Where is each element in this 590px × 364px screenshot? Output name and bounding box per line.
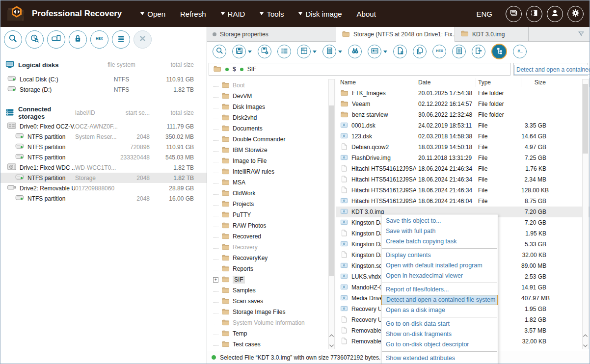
find-button[interactable] (348, 45, 362, 58)
context-item-open-in-hexadecimal-viewer[interactable]: Open in hexadecimal viewer (381, 271, 498, 281)
tree-item-scan-saves[interactable]: Scan saves (207, 296, 336, 307)
tree-item-samples[interactable]: Samples (207, 285, 336, 296)
column-type[interactable]: Type (476, 78, 521, 87)
preview-button[interactable] (368, 45, 381, 58)
hex-viewer-button[interactable]: HEX (90, 30, 108, 49)
tree-item-projects[interactable]: Projects (207, 199, 336, 209)
tree-item-disk2vhd[interactable]: Disk2vhd (207, 112, 336, 123)
column-date[interactable]: Date (416, 78, 476, 87)
export-button[interactable] (472, 45, 485, 58)
save-object-button[interactable] (232, 45, 246, 58)
tree-item-reports[interactable]: Reports (207, 263, 336, 274)
tree-item-putty[interactable]: PuTTY (207, 209, 336, 220)
tab-list-button[interactable] (573, 27, 590, 41)
file-row-hitachi-hts541612j9sa0[interactable]: Hitachi HTS541612J9SA0... 18.06.2024 21:… (336, 185, 590, 196)
tree-item-recovered[interactable]: Recovered (207, 231, 336, 242)
disk-image-button[interactable] (47, 30, 65, 49)
logical-disk-row[interactable]: Storage (D:) NTFS 1.82 TB (0, 84, 207, 95)
menu-open[interactable]: Open (140, 10, 165, 18)
tree-scrollbar[interactable] (328, 79, 335, 349)
crumb-segment-sif[interactable]: SIF (247, 66, 257, 73)
layout-button[interactable] (297, 45, 311, 58)
dropdown-caret-icon[interactable] (383, 51, 387, 53)
context-item-open-with-default-installed-program[interactable]: Open with default installed program (381, 260, 498, 271)
task-list-button[interactable] (277, 45, 291, 58)
tree-item-intelliraw-rules[interactable]: IntelliRAW rules (207, 166, 336, 177)
storage-row-ntfs-partition[interactable]: NTFS partition 2048 16.00 GB (0, 193, 207, 204)
tree-item-boot[interactable]: Boot (207, 80, 336, 91)
tree-item-devvm[interactable]: DevVM (207, 91, 336, 102)
tree-item-test-cases[interactable]: Test cases (207, 339, 336, 350)
tree-item-image-to-file[interactable]: Image to File (207, 156, 336, 166)
contained-fs-button[interactable] (491, 44, 507, 59)
context-item-go-to-on-disk-object-descriptor[interactable]: Go to on-disk object descriptor (381, 339, 498, 350)
context-item-show-extended-attributes[interactable]: Show extended attributes (381, 353, 498, 364)
report-button[interactable] (452, 45, 466, 58)
context-item-open-as-a-disk-image[interactable]: Open as a disk image (381, 305, 498, 315)
file-row-debian-qcow2[interactable]: Debian.qcow2 18.03.2019 14:50:18 File 4.… (336, 142, 590, 153)
menu-raid[interactable]: RAID (221, 10, 245, 18)
logical-disk-row[interactable]: Local Disk (C:) NTFS 110.91 GB (0, 74, 207, 84)
menu-disk-image[interactable]: Disk image (298, 10, 342, 18)
tree-item-raw-photos[interactable]: RAW Photos (207, 220, 336, 231)
language-selector[interactable]: ENG (476, 10, 492, 18)
context-item-create-batch-copying-task[interactable]: Create batch copying task (381, 236, 498, 247)
expand-plus-icon[interactable]: + (213, 277, 218, 283)
list-scroll-thumb[interactable] (583, 84, 588, 154)
context-item-go-to-on-disk-data-start[interactable]: Go to on-disk data start (381, 319, 498, 329)
storage-row-ntfs-partition[interactable]: NTFS partition 720896 110.91 GB (0, 142, 207, 152)
file-row-hitachi-hts541612j9sa0[interactable]: Hitachi HTS541612J9SA0... 18.06.2024 21:… (336, 196, 590, 207)
storage-row-ntfs-partition[interactable]: NTFS partition 233320448 545.03 MB (0, 152, 207, 162)
tab-storage-properties[interactable]: Storage properties (207, 27, 336, 41)
tree-item-temp[interactable]: Temp (207, 328, 336, 339)
tree-item-double-commander[interactable]: Double Commander (207, 134, 336, 145)
storage-row-drive2-removable-u[interactable]: Drive2: Removable U... 017209888060 28.8… (0, 183, 207, 193)
storage-row-drive1-fixed-wdc[interactable]: Drive1: Fixed WDC ... WD-WCC1T0... 1.82 … (0, 162, 207, 173)
tree-item-disk-images[interactable]: Disk Images (207, 102, 336, 112)
search-button[interactable] (213, 45, 226, 58)
dropdown-caret-icon[interactable] (248, 51, 252, 53)
close-storage-button[interactable] (134, 30, 152, 49)
storage-usage-button[interactable] (26, 30, 44, 49)
storage-row-ntfs-partition[interactable]: NTFS partition System Reser... 2048 350.… (0, 131, 207, 142)
tree-item-documents[interactable]: Documents (207, 123, 336, 134)
tree-item-sif[interactable]: +SIF (207, 274, 336, 285)
tree-item-recoverykey[interactable]: RecoveryKey (207, 253, 336, 263)
hex-viewer-button[interactable]: HEX (432, 45, 446, 58)
tree-scroll-up-icon[interactable] (329, 334, 334, 338)
column-size[interactable]: Size (521, 78, 590, 87)
file-row-veeam[interactable]: Veeam 02.12.2022 16:14:57 File folder (336, 99, 590, 109)
file-row-benz-starview[interactable]: benz starview 30.06.2022 12:32:48 File f… (336, 109, 590, 120)
tree-item-storage-image-files[interactable]: Storage Image Files (207, 307, 336, 317)
list-scroll-down-icon[interactable] (583, 344, 588, 348)
storage-row-ntfs-partition[interactable]: NTFS partition Storage 2048 1.82 TB (0, 173, 207, 183)
news-panel-button[interactable] (506, 6, 522, 22)
crumb-segment-[interactable]: $ (233, 66, 236, 73)
tree-scroll-down-icon[interactable] (329, 344, 334, 348)
menu-refresh[interactable]: Refresh (180, 10, 206, 18)
settings-gear-button[interactable] (567, 6, 584, 22)
file-row-123-dsk[interactable]: 123.dsk 02.03.2018 14:58:38 File 14.64 G… (336, 131, 590, 142)
context-item-save-with-full-path[interactable]: Save with full path (381, 226, 498, 236)
user-button[interactable] (547, 6, 563, 22)
view-mode-button[interactable] (322, 45, 336, 58)
tab-storage-ntfs-at-2048-on-drive1-fix[interactable]: Storage (NTFS at 2048 on Drive1: Fix...✕ (336, 27, 455, 42)
context-item-save-this-object-to[interactable]: Save this object to... (381, 216, 498, 226)
context-item-report-of-files-folders[interactable]: Report of files/folders... (381, 285, 498, 295)
tree-item-system-volume-information[interactable]: System Volume Information (207, 317, 336, 328)
menu-tools[interactable]: Tools (260, 10, 284, 18)
tree-item-oldwork[interactable]: OldWork (207, 188, 336, 199)
side-panel-button[interactable] (526, 6, 542, 22)
storage-row-drive0-fixed-ocz-v[interactable]: Drive0: Fixed OCZ-V... OCZ-AWNZ0F... 111… (0, 121, 207, 131)
list-scroll-up-icon[interactable] (583, 334, 588, 338)
context-item-show-on-disk-fragments[interactable]: Show on-disk fragments (381, 329, 498, 339)
file-settings-button[interactable] (393, 45, 407, 58)
sector-jump-button[interactable]: #_ (513, 45, 527, 58)
scan-search-button[interactable] (4, 30, 22, 49)
context-item-display-contents[interactable]: Display contents (381, 250, 498, 260)
context-item-detect-and-open-a-contained-file-system[interactable]: Detect and open a contained file system (381, 295, 498, 305)
tab-kdt-3-0-img[interactable]: KDT 3.0.img (455, 27, 529, 41)
encryption-lock-button[interactable] (69, 30, 87, 49)
file-row-0001-dsk[interactable]: 0001.dsk 24.02.2019 18:53:11 File 3.35 G… (336, 120, 590, 131)
file-row-ftk-images[interactable]: FTK_Images 20.01.2025 17:54:38 File fold… (336, 88, 590, 99)
